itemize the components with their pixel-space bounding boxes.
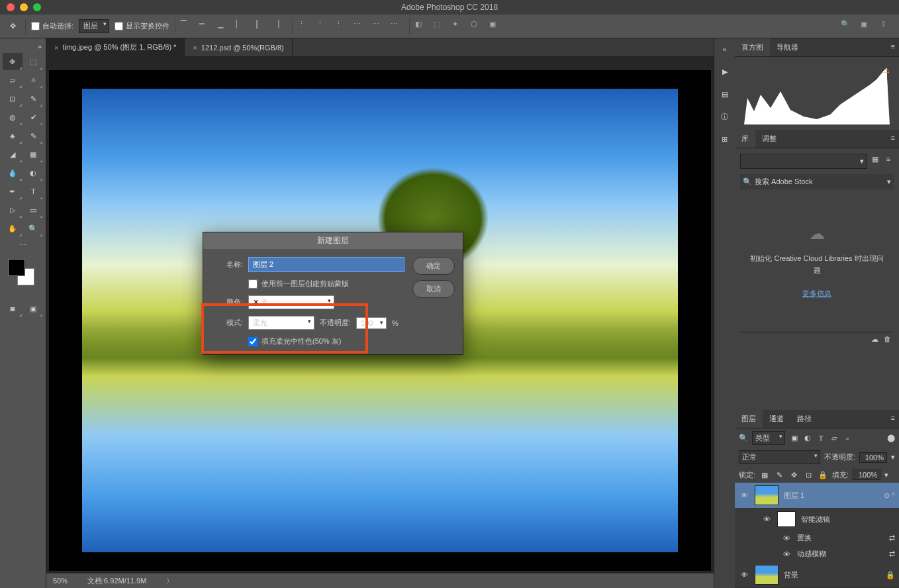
visibility-icon[interactable]: 👁 [761, 515, 772, 523]
marquee-tool[interactable]: ⬚ [24, 53, 44, 70]
search-icon[interactable]: 🔍 [841, 20, 854, 33]
layer-item-1[interactable]: 👁 图层 1 ⊙ ^ [735, 483, 899, 509]
adjustments-tab[interactable]: 调整 [755, 130, 783, 148]
distribute-icon-3[interactable]: ⋮ [335, 20, 348, 33]
align-hcenter-icon[interactable]: ║ [255, 20, 268, 33]
gradient-tool[interactable]: ▦ [24, 146, 44, 163]
cloud-icon[interactable]: ☁ [871, 335, 878, 344]
smart-filters-row[interactable]: 👁 智能滤镜 [735, 509, 899, 530]
hand-tool[interactable]: ✋ [3, 220, 23, 237]
clip-mask-checkbox[interactable]: 使用前一图层创建剪贴蒙版 [248, 279, 404, 289]
lock-pos-icon[interactable]: ✥ [788, 469, 799, 480]
screen-mode-tool[interactable]: ▣ [24, 300, 44, 317]
show-transform-checkbox[interactable]: 显示变换控件 [115, 21, 169, 31]
layer-thumb[interactable] [755, 485, 779, 505]
list-view-icon[interactable]: ≡ [883, 154, 894, 164]
lock-trans-icon[interactable]: ▦ [759, 469, 770, 480]
dodge-tool[interactable]: ◐ [24, 164, 44, 181]
close-window-button[interactable] [7, 3, 15, 11]
3d-icon-3[interactable]: ✦ [452, 20, 465, 33]
distribute-icon-2[interactable]: ⋮ [316, 20, 330, 33]
pen-tool[interactable]: ✒ [3, 183, 23, 200]
align-left-icon[interactable]: ▏ [236, 20, 250, 33]
trash-icon[interactable]: 🗑 [884, 335, 891, 344]
visibility-icon[interactable]: 👁 [739, 571, 749, 579]
workspace-icon[interactable]: ▣ [861, 20, 874, 33]
align-vcenter-icon[interactable]: ═ [199, 20, 213, 33]
layer-name-input[interactable]: 图层 2 [248, 257, 404, 272]
document-tab-1[interactable]: × timg.jpeg @ 50% (图层 1, RGB/8) * [46, 38, 185, 57]
eyedropper-tool[interactable]: ✎ [24, 90, 44, 107]
wand-tool[interactable]: ✧ [24, 72, 44, 89]
info-icon[interactable]: ⓘ [718, 110, 732, 123]
visibility-icon[interactable]: 👁 [739, 491, 749, 499]
lock-artboard-icon[interactable]: ⊡ [803, 469, 814, 480]
blend-mode-select[interactable]: 柔光 [248, 316, 314, 330]
filter-type-icon[interactable]: T [816, 433, 826, 444]
brush-tool[interactable]: ✔ [24, 109, 44, 126]
crop-tool[interactable]: ⊡ [3, 90, 23, 107]
library-tab[interactable]: 库 [735, 130, 755, 148]
filter-adjust-icon[interactable]: ◐ [802, 433, 813, 444]
ok-button[interactable]: 确定 [412, 257, 455, 275]
3d-icon-5[interactable]: ▣ [489, 20, 502, 33]
type-tool[interactable]: T [24, 183, 44, 200]
path-select-tool[interactable]: ▷ [3, 201, 23, 219]
filter-pixel-icon[interactable]: ▣ [789, 433, 800, 444]
close-tab-icon[interactable]: × [193, 44, 197, 52]
align-top-icon[interactable]: ▔ [181, 20, 194, 33]
panel-menu-icon[interactable]: ≡ [887, 130, 899, 148]
distribute-icon-6[interactable]: ⋯ [391, 20, 404, 33]
zoom-tool[interactable]: 🔍 [24, 220, 44, 237]
align-bottom-icon[interactable]: ▁ [218, 20, 231, 33]
filter-options-icon[interactable]: ⇄ [889, 550, 895, 558]
filter-displace[interactable]: 👁 置换 ⇄ [735, 530, 899, 546]
layer-color-select[interactable]: ✕ 无 [248, 295, 334, 309]
3d-mode-icon[interactable]: ◧ [415, 20, 428, 33]
heal-tool[interactable]: ◍ [3, 109, 23, 126]
maximize-window-button[interactable] [33, 3, 41, 11]
minimize-window-button[interactable] [20, 3, 28, 11]
character-icon[interactable]: ⊞ [718, 132, 732, 146]
panel-menu-icon[interactable]: ≡ [887, 410, 899, 428]
visibility-icon[interactable]: 👁 [781, 534, 792, 542]
zoom-level[interactable]: 50% [53, 577, 68, 585]
quickmask-tool[interactable]: ◙ [3, 300, 23, 317]
3d-icon-2[interactable]: ⬚ [434, 20, 447, 33]
grid-view-icon[interactable]: ▦ [870, 154, 880, 164]
lock-all-icon[interactable]: 🔒 [818, 469, 828, 480]
channels-tab[interactable]: 通道 [763, 410, 790, 428]
distribute-icon-5[interactable]: ⋯ [372, 20, 385, 33]
filter-shape-icon[interactable]: ▱ [829, 433, 839, 444]
foreground-color[interactable] [8, 259, 25, 276]
filter-motion-blur[interactable]: 👁 动感模糊 ⇄ [735, 546, 899, 562]
close-tab-icon[interactable]: × [54, 44, 58, 52]
filter-toggle[interactable]: ⬤ [887, 434, 895, 442]
auto-select-checkbox[interactable]: 自动选择: [31, 21, 73, 31]
library-select[interactable]: ▾ [740, 154, 867, 169]
fill-input[interactable]: 100% [853, 469, 880, 480]
layer-item-background[interactable]: 👁 背景 🔒 [735, 562, 899, 588]
filter-smart-icon[interactable]: ▫ [842, 433, 853, 444]
layer-thumb[interactable] [755, 565, 779, 585]
lasso-tool[interactable]: ⊃ [3, 72, 23, 89]
collapse-icon[interactable]: « [718, 42, 732, 56]
color-swatches[interactable] [8, 259, 34, 285]
layer-filter-kind[interactable]: 类型 [752, 431, 785, 445]
histogram-tab[interactable]: 直方图 [735, 38, 770, 56]
auto-select-target[interactable]: 图层 [79, 19, 109, 33]
lock-pixel-icon[interactable]: ✎ [774, 469, 784, 480]
shape-tool[interactable]: ▭ [24, 201, 44, 219]
share-icon[interactable]: ⇪ [880, 20, 894, 33]
eraser-tool[interactable]: ◢ [3, 146, 23, 163]
navigator-tab[interactable]: 导航器 [770, 38, 805, 56]
distribute-icon-4[interactable]: ⋯ [354, 20, 367, 33]
measure-icon[interactable]: ▤ [718, 87, 732, 101]
blur-tool[interactable]: 💧 [3, 164, 23, 181]
opacity-input[interactable]: 100% [859, 452, 887, 463]
layers-tab[interactable]: 图层 [735, 410, 763, 428]
move-tool[interactable]: ✥ [3, 53, 23, 70]
blend-mode-select[interactable]: 正常 [739, 450, 820, 464]
library-search[interactable]: 🔍 搜索 Adobe Stock ▾ [740, 174, 894, 189]
history-brush-tool[interactable]: ✎ [24, 127, 44, 144]
